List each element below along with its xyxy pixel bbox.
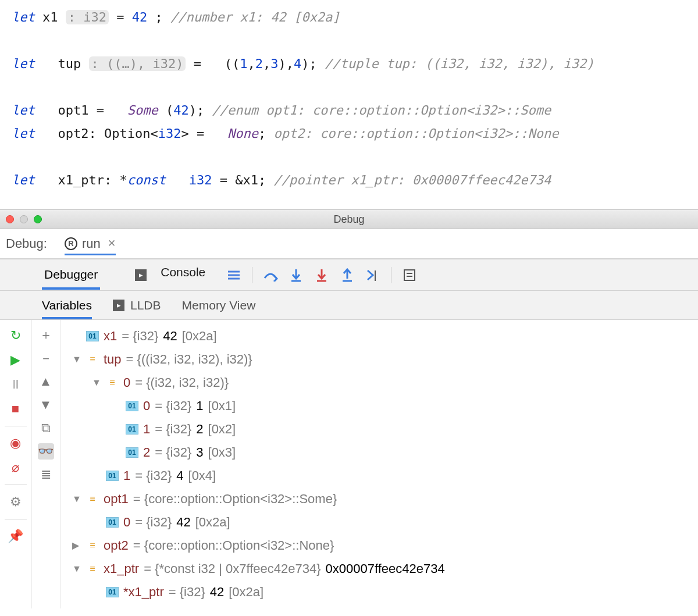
stop-icon[interactable]: ■ bbox=[8, 401, 23, 416]
primitive-type-icon: 01 bbox=[106, 471, 119, 481]
variable-type: = {(i32, i32, i32)} bbox=[135, 371, 229, 394]
code-line: let x1 : i32 = 42 ; //number x1: 42 [0x2… bbox=[12, 6, 686, 29]
variable-hex: [0x2] bbox=[208, 418, 236, 441]
variable-name: x1_ptr bbox=[104, 557, 139, 581]
step-over-icon[interactable] bbox=[263, 268, 278, 283]
collapse-icon[interactable] bbox=[72, 557, 81, 581]
tab-debugger[interactable]: Debugger bbox=[42, 268, 100, 290]
variable-row[interactable]: 01 1 = {i32} 4 [0x4] bbox=[72, 464, 445, 487]
variable-row[interactable]: 01 *x1_ptr = {i32} 42 [0x2a] bbox=[72, 581, 445, 604]
variable-type: = {i32} bbox=[122, 325, 158, 348]
debug-left-gutter: ↻ ▶ ⏸ ■ ◉ ⌀ ⚙ 📌 bbox=[0, 320, 31, 608]
pause-icon[interactable]: ⏸ bbox=[8, 377, 23, 392]
add-watch-icon[interactable]: ＋ bbox=[38, 327, 54, 343]
variable-type: = {i32} bbox=[135, 511, 172, 534]
variable-row[interactable]: tup = {((i32, i32, i32), i32)} bbox=[72, 348, 445, 371]
layout-icon[interactable]: ≣ bbox=[38, 467, 54, 483]
collapse-icon[interactable] bbox=[72, 348, 81, 371]
force-step-into-icon[interactable] bbox=[314, 268, 329, 283]
tab-lldb[interactable]: LLDB bbox=[130, 298, 161, 312]
variable-type: = {((i32, i32, i32), i32)} bbox=[126, 348, 252, 371]
tab-memory-view[interactable]: Memory View bbox=[182, 298, 256, 312]
variable-row[interactable]: 01 1 = {i32} 2 [0x2] bbox=[72, 418, 445, 441]
variable-row[interactable]: opt1 = {core::option::Option<i32>::Some} bbox=[72, 487, 445, 511]
move-up-icon[interactable]: ▲ bbox=[38, 373, 54, 390]
debug-panel-toolbar: Debugger ▸ Console bbox=[0, 259, 698, 291]
variable-hex: [0x2a] bbox=[195, 511, 230, 534]
threads-icon[interactable] bbox=[226, 268, 241, 283]
collapse-icon[interactable] bbox=[92, 371, 101, 394]
console-icon: ▸ bbox=[135, 269, 147, 281]
collapse-icon[interactable] bbox=[72, 487, 81, 511]
object-type-icon bbox=[86, 494, 99, 504]
variable-hex: [0x2a] bbox=[229, 581, 263, 604]
variable-value: 1 bbox=[196, 394, 203, 418]
variable-row[interactable]: 01 0 = {i32} 1 [0x1] bbox=[72, 394, 445, 418]
object-type-icon bbox=[106, 378, 119, 388]
variable-row[interactable]: 01 0 = {i32} 42 [0x2a] bbox=[72, 511, 445, 534]
variable-name: 2 bbox=[143, 441, 150, 464]
primitive-type-icon: 01 bbox=[126, 424, 138, 435]
primitive-type-icon: 01 bbox=[86, 331, 99, 341]
copy-icon[interactable]: ⧉ bbox=[38, 420, 54, 436]
remove-watch-icon[interactable]: － bbox=[38, 350, 54, 366]
variable-hex: [0x1] bbox=[208, 394, 236, 418]
variable-name: tup bbox=[104, 348, 122, 371]
variable-type: = {i32} bbox=[155, 418, 191, 441]
code-line: let tup : ((…), i32) = ((1,2,3),4); //tu… bbox=[12, 52, 686, 76]
variables-gutter: ＋ － ▲ ▼ ⧉ 👓 ≣ bbox=[31, 320, 60, 608]
close-tab-icon[interactable]: ✕ bbox=[108, 237, 116, 250]
svg-rect-10 bbox=[404, 270, 415, 280]
primitive-type-icon: 01 bbox=[126, 401, 138, 411]
code-editor[interactable]: let x1 : i32 = 42 ; //number x1: 42 [0x2… bbox=[0, 0, 698, 209]
settings-icon[interactable]: ⚙ bbox=[8, 494, 23, 510]
variable-value: 42 bbox=[163, 325, 177, 348]
view-breakpoints-icon[interactable]: ◉ bbox=[8, 436, 23, 451]
variable-row[interactable]: x1_ptr = {*const i32 | 0x7ffeec42e734} 0… bbox=[72, 557, 445, 581]
debug-label: Debug: bbox=[6, 236, 47, 251]
tab-console[interactable]: Console bbox=[158, 265, 208, 285]
variable-hex: [0x3] bbox=[208, 441, 236, 464]
variable-value: 42 bbox=[210, 581, 224, 604]
variable-name: 0 bbox=[123, 371, 130, 394]
variable-name: *x1_ptr bbox=[123, 581, 164, 604]
variable-row[interactable]: 01 x1 = {i32} 42 [0x2a] bbox=[72, 325, 445, 348]
variable-type: = {i32} bbox=[169, 581, 205, 604]
variable-row[interactable]: 01 2 = {i32} 3 [0x3] bbox=[72, 441, 445, 464]
debug-body: ↻ ▶ ⏸ ■ ◉ ⌀ ⚙ 📌 ＋ － ▲ ▼ ⧉ 👓 ≣ 01 x1 = {i… bbox=[0, 320, 698, 608]
run-configuration-tab[interactable]: R run ✕ bbox=[65, 236, 116, 255]
variables-tree[interactable]: 01 x1 = {i32} 42 [0x2a] tup = {((i32, i3… bbox=[60, 320, 457, 608]
move-down-icon[interactable]: ▼ bbox=[38, 397, 54, 413]
variable-hex: [0x2a] bbox=[182, 325, 217, 348]
variable-name: x1 bbox=[104, 325, 117, 348]
variable-value: 42 bbox=[176, 511, 190, 534]
primitive-type-icon: 01 bbox=[106, 517, 119, 528]
primitive-type-icon: 01 bbox=[126, 447, 138, 458]
variable-value: 4 bbox=[176, 464, 183, 487]
rerun-icon[interactable]: ↻ bbox=[8, 328, 23, 343]
code-line: let x1_ptr: *const i32 = &x1; //pointer … bbox=[12, 169, 686, 192]
object-type-icon bbox=[86, 540, 99, 551]
debug-header: Debug: R run ✕ bbox=[0, 229, 698, 259]
resume-icon[interactable]: ▶ bbox=[8, 352, 23, 368]
variable-row[interactable]: 0 = {(i32, i32, i32)} bbox=[72, 371, 445, 394]
variable-type: = {*const i32 | 0x7ffeec42e734} bbox=[144, 557, 320, 581]
step-out-icon[interactable] bbox=[340, 268, 355, 283]
rust-icon: R bbox=[65, 237, 77, 250]
variable-name: opt2 bbox=[104, 534, 129, 557]
variable-row[interactable]: opt2 = {core::option::Option<i32>::None} bbox=[72, 534, 445, 557]
evaluate-expression-icon[interactable] bbox=[402, 268, 417, 283]
pin-icon[interactable]: 📌 bbox=[8, 529, 23, 544]
tab-variables[interactable]: Variables bbox=[42, 298, 92, 319]
watches-view-icon[interactable]: 👓 bbox=[38, 443, 54, 460]
step-into-icon[interactable] bbox=[289, 268, 304, 283]
variable-name: 0 bbox=[123, 511, 130, 534]
variable-type: = {i32} bbox=[155, 394, 191, 418]
mute-breakpoints-icon[interactable]: ⌀ bbox=[8, 460, 23, 475]
expand-icon[interactable] bbox=[72, 534, 81, 557]
primitive-type-icon: 01 bbox=[106, 587, 119, 597]
debug-window-titlebar: Debug bbox=[0, 209, 698, 229]
variable-hex: [0x4] bbox=[188, 464, 216, 487]
run-to-cursor-icon[interactable] bbox=[365, 268, 380, 283]
variable-value: 0x00007ffeec42e734 bbox=[326, 557, 445, 581]
